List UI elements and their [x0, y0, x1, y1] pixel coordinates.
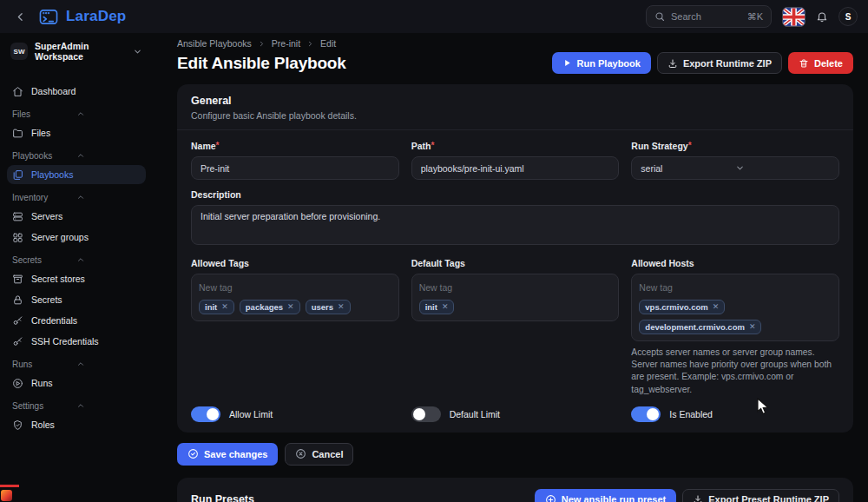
- chevron-up-icon: [76, 255, 141, 264]
- run-strategy-label: Run Strategy*: [631, 141, 839, 151]
- workspace-badge: SW: [10, 43, 28, 60]
- avatar-initial: S: [845, 12, 852, 22]
- remove-tag-icon[interactable]: ✕: [749, 323, 756, 331]
- main-content: Ansible Playbooks Pre-init Edit Edit Ans…: [153, 33, 868, 502]
- breadcrumb-item-current: Edit: [320, 38, 336, 49]
- allowed-tags-input[interactable]: [199, 280, 391, 295]
- default-limit-toggle[interactable]: [411, 406, 441, 422]
- export-runtime-zip-label: Export Runtime ZIP: [683, 58, 772, 69]
- chevron-up-icon: [76, 193, 141, 201]
- sidebar-item-runs[interactable]: Runs: [7, 373, 146, 393]
- sidebar-section-runs[interactable]: Runs: [7, 358, 146, 370]
- chevron-up-icon: [76, 151, 141, 160]
- global-search[interactable]: Search ⌘K: [646, 5, 772, 28]
- new-run-preset-button[interactable]: New ansible run preset: [535, 489, 676, 502]
- allow-limit-label: Allow Limit: [229, 409, 273, 419]
- is-enabled-label: Is Enabled: [669, 409, 713, 419]
- sidebar-section-inventory[interactable]: Inventory: [7, 191, 146, 203]
- back-button[interactable]: [10, 7, 30, 26]
- path-label: Path*: [411, 141, 620, 151]
- notifications-button[interactable]: [816, 10, 828, 23]
- sidebar-item-ssh-credentials[interactable]: SSH Credentials: [7, 332, 146, 351]
- sidebar-item-secret-stores[interactable]: Secret stores: [7, 269, 146, 288]
- default-tags-input[interactable]: [419, 280, 612, 295]
- allowed-hosts-input[interactable]: [639, 280, 832, 295]
- is-enabled-toggle[interactable]: [631, 406, 661, 422]
- sidebar-section-files[interactable]: Files: [7, 108, 146, 120]
- export-preset-runtime-zip-label: Export Preset Runtime ZIP: [708, 494, 829, 502]
- terminal-logo-icon: [38, 8, 59, 26]
- sidebar-item-label: Secret stores: [31, 274, 85, 284]
- chevron-down-icon: [735, 163, 830, 173]
- home-icon: [12, 86, 23, 97]
- run-playbook-button[interactable]: Run Playbook: [552, 52, 651, 74]
- cancel-button[interactable]: Cancel: [285, 443, 353, 466]
- tag-chip: init✕: [199, 300, 234, 314]
- allow-limit-toggle[interactable]: [191, 406, 220, 422]
- default-tags-box: init✕: [411, 274, 620, 321]
- sidebar-item-label: Roles: [31, 419, 55, 430]
- run-presets-actions: New ansible run preset Export Preset Run…: [535, 489, 839, 502]
- run-strategy-value: serial: [641, 163, 735, 174]
- sidebar-item-credentials[interactable]: Credentials: [7, 311, 146, 330]
- export-preset-runtime-zip-button[interactable]: Export Preset Runtime ZIP: [682, 489, 839, 502]
- allowed-hosts-chips: vps.crmivo.com✕ development.crmivo.com✕: [639, 300, 832, 334]
- brand-name: LaraDep: [66, 8, 126, 25]
- path-field[interactable]: [411, 156, 620, 180]
- sidebar-item-roles[interactable]: Roles: [7, 415, 146, 434]
- chevron-up-icon: [76, 360, 141, 368]
- chevron-up-icon: [76, 401, 141, 410]
- delete-button[interactable]: Delete: [788, 52, 853, 74]
- remove-tag-icon[interactable]: ✕: [338, 303, 345, 311]
- general-card: General Configure basic Ansible playbook…: [177, 84, 853, 433]
- sidebar-item-label: Files: [31, 128, 50, 138]
- breadcrumb-item[interactable]: Ansible Playbooks: [177, 38, 252, 49]
- sidebar-section-secrets[interactable]: Secrets: [7, 254, 146, 266]
- language-flag-uk[interactable]: [782, 7, 806, 27]
- run-presets-header: Run Presets New ansible run preset Expor…: [177, 478, 853, 502]
- lock-icon: [12, 294, 23, 306]
- page-load-progress-bar: [0, 485, 19, 487]
- remove-tag-icon[interactable]: ✕: [221, 303, 228, 311]
- section-label: Playbooks: [12, 151, 76, 161]
- sidebar-item-dashboard[interactable]: Dashboard: [7, 82, 146, 101]
- allowed-tags-label: Allowed Tags: [191, 258, 399, 268]
- general-card-body: Name* Path* Run Strategy* serial: [177, 130, 853, 433]
- sidebar-item-label: Dashboard: [31, 86, 76, 96]
- global-search-placeholder: Search: [671, 11, 741, 22]
- sidebar-item-playbooks[interactable]: Playbooks: [7, 165, 146, 184]
- allowed-hosts-label: Allowed Hosts: [631, 258, 839, 268]
- workspace-switcher[interactable]: SW SuperAdmin Workspace: [7, 42, 146, 61]
- sidebar-item-secrets[interactable]: Secrets: [7, 290, 146, 309]
- tag-chip: vps.crmivo.com✕: [639, 300, 725, 314]
- section-label: Settings: [12, 401, 76, 411]
- card-title: General: [191, 95, 839, 107]
- allow-limit-toggle-group: Allow Limit: [191, 406, 399, 422]
- user-avatar[interactable]: S: [838, 7, 858, 26]
- breadcrumb-item[interactable]: Pre-init: [272, 38, 300, 49]
- remove-tag-icon[interactable]: ✕: [287, 303, 294, 311]
- sidebar-item-servers[interactable]: Servers: [7, 207, 146, 226]
- section-label: Files: [12, 109, 76, 119]
- sidebar-section-playbooks[interactable]: Playbooks: [7, 149, 146, 162]
- download-icon: [693, 494, 703, 502]
- save-changes-button[interactable]: Save changes: [177, 443, 278, 466]
- play-circle-icon: [12, 378, 23, 389]
- remove-tag-icon[interactable]: ✕: [442, 303, 449, 311]
- section-label: Inventory: [12, 193, 76, 202]
- export-runtime-zip-button[interactable]: Export Runtime ZIP: [657, 52, 782, 74]
- description-field[interactable]: Initial server preparation before provis…: [191, 205, 839, 245]
- run-strategy-field-group: Run Strategy* serial: [631, 141, 839, 180]
- sidebar-item-files[interactable]: Files: [7, 123, 146, 142]
- allowed-tags-chips: init✕ packages✕ users✕: [199, 300, 391, 314]
- name-field[interactable]: [191, 156, 399, 180]
- remove-tag-icon[interactable]: ✕: [713, 303, 720, 311]
- sidebar-item-server-groups[interactable]: Server groups: [7, 228, 146, 247]
- run-presets-title: Run Presets: [191, 493, 254, 502]
- brand-logo[interactable]: LaraDep: [38, 8, 126, 26]
- allowed-hosts-group: Allowed Hosts vps.crmivo.com✕ developmen…: [631, 258, 839, 396]
- default-tags-chips: init✕: [419, 300, 612, 314]
- run-strategy-select[interactable]: serial: [631, 156, 839, 180]
- sidebar-section-settings[interactable]: Settings: [7, 400, 146, 412]
- name-field-group: Name*: [191, 141, 399, 180]
